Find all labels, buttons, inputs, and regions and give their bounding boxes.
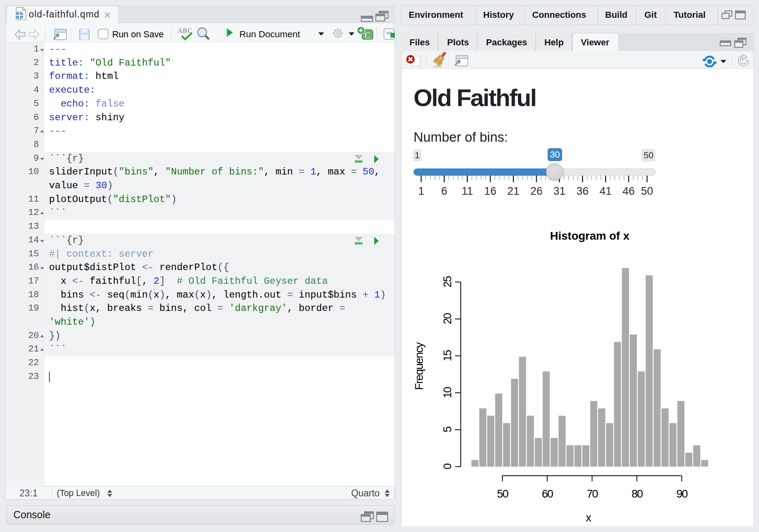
svg-text:15: 15: [441, 350, 454, 361]
svg-text:Histogram of x: Histogram of x: [550, 230, 629, 242]
svg-text:21: 21: [507, 185, 519, 197]
svg-text:C: C: [365, 30, 370, 40]
svg-text:70: 70: [587, 487, 598, 500]
svg-text:36: 36: [576, 185, 588, 197]
svg-text:0: 0: [441, 463, 454, 469]
svg-text:50: 50: [641, 185, 653, 197]
svg-text:5: 5: [441, 426, 454, 432]
svg-text:26: 26: [530, 185, 542, 197]
svg-text:11: 11: [462, 185, 473, 197]
svg-text:10: 10: [441, 387, 454, 398]
svg-text:41: 41: [599, 185, 612, 197]
svg-text:Frequency: Frequency: [413, 342, 425, 390]
svg-text:1: 1: [418, 185, 424, 197]
svg-text:31: 31: [553, 185, 565, 197]
svg-text:20: 20: [441, 313, 454, 324]
svg-text:80: 80: [631, 487, 643, 500]
svg-text:50: 50: [497, 487, 508, 500]
svg-text:46: 46: [623, 185, 635, 197]
svg-text:6: 6: [441, 185, 447, 197]
svg-text:60: 60: [542, 487, 553, 500]
svg-text:25: 25: [441, 276, 454, 287]
svg-text:x: x: [586, 511, 591, 524]
svg-text:90: 90: [676, 487, 688, 500]
svg-text:16: 16: [484, 185, 497, 197]
